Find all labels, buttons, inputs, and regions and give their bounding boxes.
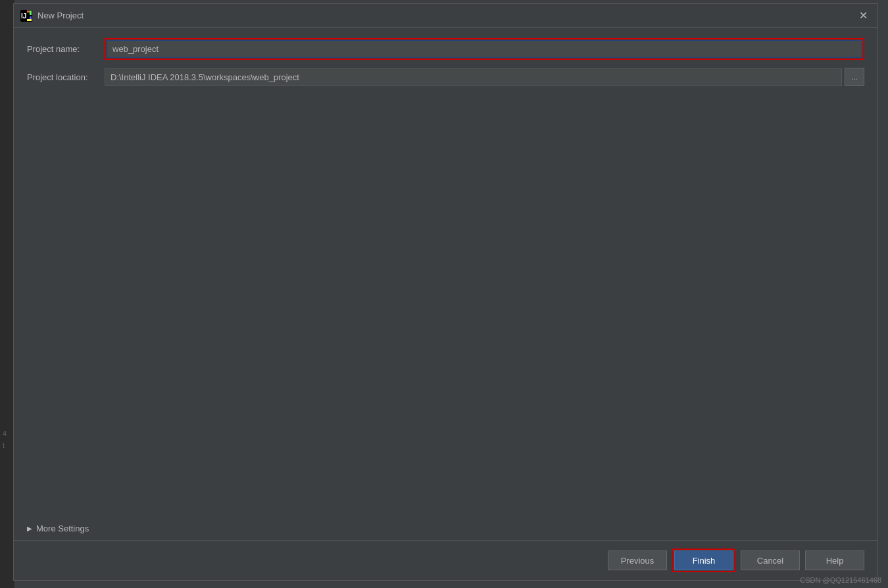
project-name-row: Project name: bbox=[27, 38, 864, 60]
svg-text:IJ: IJ bbox=[21, 12, 26, 20]
button-bar: Previous Finish Cancel Help bbox=[14, 541, 877, 580]
finish-button-highlight-border: Finish bbox=[672, 549, 735, 572]
previous-button[interactable]: Previous bbox=[608, 551, 667, 570]
watermark: CSDN @QQ1215461468 bbox=[800, 576, 881, 584]
dialog-title: New Project bbox=[37, 11, 84, 20]
help-button[interactable]: Help bbox=[805, 551, 864, 570]
project-location-input[interactable] bbox=[105, 68, 842, 86]
dialog-content: Project name: Project location: ... bbox=[14, 28, 877, 517]
title-bar-left: IJ New Project bbox=[20, 10, 84, 22]
intellij-icon: IJ bbox=[20, 10, 32, 22]
title-bar: IJ New Project ✕ bbox=[14, 4, 877, 28]
more-settings-arrow-icon: ▶ bbox=[27, 525, 32, 532]
project-location-row: Project location: ... bbox=[27, 68, 864, 86]
svg-rect-6 bbox=[27, 19, 32, 21]
close-button[interactable]: ✕ bbox=[855, 8, 871, 24]
svg-rect-4 bbox=[30, 11, 32, 15]
line-numbers: 4t bbox=[0, 428, 14, 451]
project-name-input[interactable] bbox=[107, 40, 862, 58]
new-project-dialog: IJ New Project ✕ Project name: Project l… bbox=[13, 3, 878, 581]
project-name-highlight-border bbox=[105, 38, 864, 60]
ide-left-strip: 4t bbox=[0, 0, 14, 588]
finish-button[interactable]: Finish bbox=[674, 551, 733, 570]
more-settings-toggle[interactable]: ▶ More Settings bbox=[14, 517, 877, 540]
dialog-bottom: ▶ More Settings Previous Finish Cancel H… bbox=[14, 517, 877, 580]
more-settings-label: More Settings bbox=[36, 524, 89, 533]
dialog-main-area bbox=[27, 94, 864, 506]
project-name-label: Project name: bbox=[27, 44, 99, 54]
project-location-label: Project location: bbox=[27, 72, 99, 82]
browse-button[interactable]: ... bbox=[845, 68, 864, 86]
location-input-wrapper: ... bbox=[105, 68, 864, 86]
cancel-button[interactable]: Cancel bbox=[741, 551, 800, 570]
